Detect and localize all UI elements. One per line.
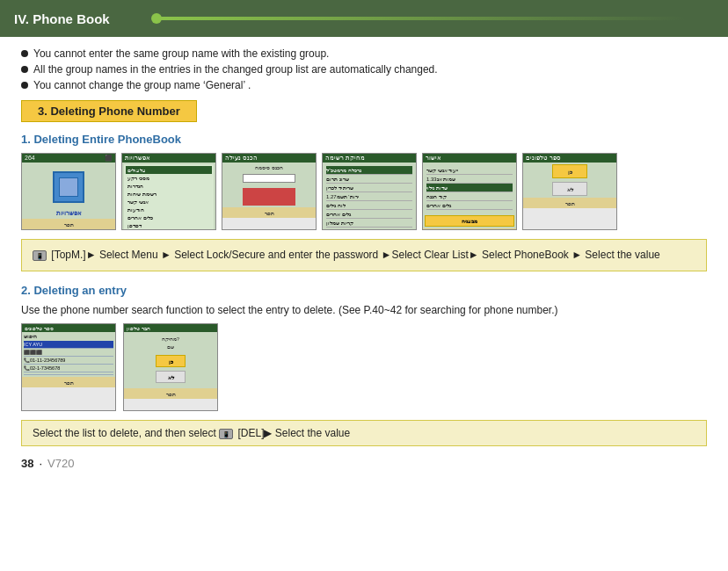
bullet-item-3: You cannot change the group name ‘Genera… [21,79,707,91]
screen2-header: אפשרויות [122,154,215,163]
small-screen2-body: מחיקה? שם כן לא [124,332,217,388]
list-item-7: קריות שמלון [326,219,412,228]
instruction-text-1: [TopM.]► Select Menu ► Select Lock/Secur… [51,249,659,261]
section1-title: 1. Deleting Entire PhoneBook [21,133,707,146]
section2-title: 2. Deleting an entry [21,284,707,297]
screen4-list: נרכלה מרמטכ"ל שרוג תרום שרית יד לכרין יר… [324,164,414,229]
small-screen2-sublabel: שם [167,343,174,350]
instruction-text-2-suffix: [DEL]▶ Select the value [237,427,350,439]
screen5-item-1: ייעוד אנשי קשר [426,166,513,175]
phone-screen-4: מחיקת רשימה נרכלה מרמטכ"ל שרוג תרום שרית… [322,153,417,230]
phone-screen-2: אפשרויות צלצולים מסכי רקע הגדרות רשימת ש… [121,153,216,230]
screen1-label: אפשרויות [56,210,82,217]
phone-screens-row-2: ספר טלפונים חיפוש ICY AYU ⬛⬛⬛ 📞01-11-234… [21,323,707,411]
menu-item-5: אנשי קשר [126,198,212,206]
small-screen2-btn: כן [156,355,186,367]
menu-item-3: הגדרות [126,182,212,190]
contact-row-3: 📞01-11-23456789 [24,357,113,365]
screen1-icon [53,171,84,203]
bullet-list: You cannot enter the same group name wit… [21,47,707,91]
bullet-text-3: You cannot change the group name ‘Genera… [33,79,251,91]
phone-screen-3: הכנס נעילה הכנס סיסמה תפר [222,153,317,230]
screen3-body: הכנס סיסמה [222,163,316,207]
page-model: V720 [47,457,74,470]
list-item-5: לוח גילים [326,201,412,210]
screen5-item-3: שדות גילוי [426,184,513,192]
small-screen1-header: ספר טלפונים [22,324,115,332]
menu-item-2: מסכי רקע [126,174,212,182]
screen3-label: הכנס סיסמה [255,164,283,170]
screen3-image [243,188,295,206]
contact-row-1: ICY AYU [24,341,113,349]
topm-icon: 📱 [33,250,47,261]
screen3-footer: תפר [222,207,316,218]
phone-screen-5: אישור ייעוד אנשי קשר שמות אנ1.33 שדות גי… [422,153,517,230]
screen1-header: 264⬛ [22,154,115,163]
bullet-text-1: You cannot enter the same group name wit… [33,47,329,60]
screen4-body: נרכלה מרמטכ"ל שרוג תרום שרית יד לכרין יר… [323,163,416,230]
small-screen2-no-btn: לא [156,371,186,383]
page-dot: · [39,457,42,470]
list-item-1: נרכלה מרמטכ"ל [326,166,412,175]
screen2-menu: צלצולים מסכי רקע הגדרות רשימת שיחות אנשי… [124,164,214,230]
main-content: You cannot enter the same group name wit… [0,37,728,481]
screen6-footer: תפר [523,198,616,208]
menu-item-8: דפדפן [126,221,212,229]
screen6-header: ספר טלפונים [523,154,616,163]
screen5-footer: תפר [423,228,516,230]
phone-screens-row: 264⬛ אפשרויות תפר אפשרויות צלצולים מסכי … [21,153,707,230]
screen4-header: מחיקת רשימה [323,154,416,163]
screen5-item-2: שמות אנ1.33 [426,175,513,184]
small-screen2-header: חבר טלפון [124,324,217,332]
screen6-btn2: לא [552,182,587,196]
screen5-body: ייעוד אנשי קשר שמות אנ1.33 שדות גילוי קו… [423,163,516,228]
screen1-footer: תפר [22,219,115,229]
screen5-confirm-btn: מבצגיה [425,215,514,227]
phone-screen-small-1: ספר טלפונים חיפוש ICY AYU ⬛⬛⬛ 📞01-11-234… [21,323,116,411]
page-header: IV. Phone Book [0,0,728,37]
section2-desc: Use the phone number search function to … [21,304,707,316]
contact-row-5 [24,372,113,375]
screen5-list: ייעוד אנשי קשר שמות אנ1.33 שדות גילוי קו… [425,164,514,212]
bullet-dot-3 [21,82,28,89]
instruction-text-2-prefix: Select the list to delete, and then sele… [33,427,219,439]
menu-item-1: צלצולים [126,166,212,174]
contact-row-4: 📞02-1-7345678 [24,365,113,372]
bullet-text-2: All the group names in the entries in th… [33,63,438,76]
screen5-item-4: קוד הגנה [426,192,513,201]
small-screen2-label: מחיקה? [162,336,179,342]
list-item-6: גלים אחרים [326,210,412,219]
bullet-item-1: You cannot enter the same group name wit… [21,47,707,60]
menu-item-6: הודעות [126,206,212,213]
header-title: IV. Phone Book [14,11,110,26]
screen3-input [243,174,295,183]
bullet-dot-2 [21,66,28,73]
list-item-3: שרית יד לכרין [326,184,412,192]
menu-item-9: שירותים [126,229,212,230]
screen6-body: כן לא [523,163,616,198]
del-icon: 📱 [219,429,233,439]
phone-screen-6: ספר טלפונים כן לא תפר [522,153,617,230]
menu-item-4: רשימת שיחות [126,190,212,198]
phone-screen-1: 264⬛ אפשרויות תפר [21,153,116,230]
phone-screen-small-2: חבר טלפון מחיקה? שם כן לא תפר [123,323,218,411]
list-item-2: שרוג תרום [326,175,412,184]
menu-item-7: כלים אחרים [126,213,212,221]
page-footer: 38 · V720 [21,457,707,470]
contact-row-2: ⬛⬛⬛ [24,349,113,357]
screen6-btn1: כן [552,164,587,178]
screen5-item-5: גלים אחרים [426,201,513,210]
small-screen2-footer: תפר [124,388,217,399]
small-screen1-footer: תפר [22,377,115,387]
screen3-header: הכנס נעילה [222,154,316,163]
page-number: 38 [21,457,33,470]
screen5-header: אישור [423,154,516,163]
bullet-item-2: All the group names in the entries in th… [21,63,707,76]
small-screen1-body: חיפוש ICY AYU ⬛⬛⬛ 📞01-11-23456789 📞02-1-… [22,332,115,377]
screen2-body: צלצולים מסכי רקע הגדרות רשימת שיחות אנשי… [122,163,215,230]
instruction-box-2: Select the list to delete, and then sele… [21,420,707,446]
header-line [158,17,686,20]
section-box: 3. Deleting Phone Number [21,100,197,122]
bullet-dot-1 [21,50,28,57]
screen1-icon-inner [59,177,78,197]
